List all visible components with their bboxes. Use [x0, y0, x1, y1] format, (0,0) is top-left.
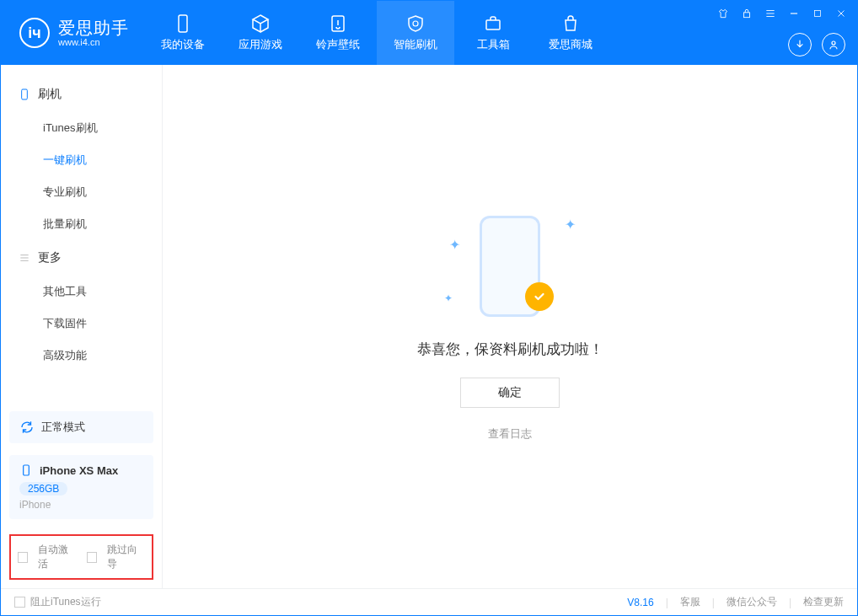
header-right: [788, 33, 845, 56]
checkbox-block-itunes[interactable]: [14, 597, 25, 608]
footer-link-update[interactable]: 检查更新: [803, 595, 844, 609]
refresh-shield-icon: [405, 13, 426, 34]
app-url: www.i4.cn: [58, 37, 129, 47]
mode-card[interactable]: 正常模式: [9, 411, 153, 443]
top-nav: 我的设备 应用游戏 铃声壁纸 智能刷机 工具箱 爱思商城: [144, 1, 609, 65]
nav-my-device[interactable]: 我的设备: [144, 1, 222, 65]
list-icon: [18, 251, 31, 265]
device-name: iPhone XS Max: [40, 464, 118, 477]
app-name: 爱思助手: [58, 19, 129, 37]
success-message: 恭喜您，保资料刷机成功啦！: [417, 340, 603, 359]
footer-link-wechat[interactable]: 微信公众号: [727, 595, 777, 609]
phone-icon: [18, 88, 31, 101]
sidebar-item-download-firmware[interactable]: 下载固件: [1, 308, 162, 340]
sparkle-icon: ✦: [449, 237, 460, 253]
checkbox-skip-guide[interactable]: [87, 552, 97, 563]
cube-icon: [250, 13, 271, 34]
sparkle-icon: ✦: [444, 292, 453, 304]
toolbox-icon: [483, 13, 503, 34]
device-icon: [173, 13, 193, 34]
checkmark-badge-icon: [525, 282, 554, 311]
maximize-button[interactable]: [810, 6, 825, 21]
nav-apps-games[interactable]: 应用游戏: [222, 1, 299, 65]
minimize-button[interactable]: [786, 6, 802, 21]
menu-icon[interactable]: [763, 6, 778, 21]
logo: iч 爱思助手 www.i4.cn: [1, 1, 144, 65]
svg-rect-7: [24, 465, 29, 475]
sidebar-item-other-tools[interactable]: 其他工具: [1, 276, 162, 308]
svg-rect-3: [744, 13, 750, 18]
label-skip-guide: 跳过向导: [107, 543, 145, 571]
sidebar-item-advanced[interactable]: 高级功能: [1, 340, 162, 372]
footer-link-support[interactable]: 客服: [680, 595, 700, 609]
label-block-itunes: 阻止iTunes运行: [30, 595, 101, 609]
header: iч 爱思助手 www.i4.cn 我的设备 应用游戏 铃声壁纸 智能刷机 工具…: [1, 1, 857, 65]
sidebar-item-oneclick-flash[interactable]: 一键刷机: [1, 144, 162, 176]
logo-icon: iч: [19, 18, 50, 48]
window-controls: [716, 6, 849, 21]
sidebar-section-more: 更多: [1, 245, 162, 271]
sparkle-icon: ✦: [565, 217, 576, 233]
svg-point-5: [832, 41, 835, 45]
sync-icon: [19, 420, 35, 435]
svg-rect-6: [22, 89, 28, 99]
device-card[interactable]: iPhone XS Max 256GB iPhone: [9, 455, 153, 519]
label-auto-activate: 自动激活: [38, 543, 76, 571]
sidebar-item-pro-flash[interactable]: 专业刷机: [1, 176, 162, 208]
mode-label: 正常模式: [41, 420, 85, 435]
svg-rect-0: [179, 15, 187, 32]
success-illustration: ✦ ✦ ✦: [442, 212, 577, 321]
sidebar-section-flash: 刷机: [1, 82, 162, 107]
highlighted-options: 自动激活 跳过向导: [9, 534, 153, 580]
user-button[interactable]: [822, 33, 845, 56]
ok-button[interactable]: 确定: [460, 378, 560, 408]
bag-icon: [560, 13, 581, 34]
version-label: V8.16: [627, 597, 653, 608]
svg-rect-2: [486, 20, 500, 29]
sidebar-item-itunes-flash[interactable]: iTunes刷机: [1, 112, 162, 144]
nav-toolbox[interactable]: 工具箱: [454, 1, 532, 65]
device-type: iPhone: [19, 499, 143, 511]
lock-icon[interactable]: [739, 6, 754, 21]
svg-rect-4: [815, 11, 821, 17]
nav-ringtones[interactable]: 铃声壁纸: [299, 1, 377, 65]
close-button[interactable]: [834, 6, 849, 21]
shirt-icon[interactable]: [716, 6, 731, 21]
nav-store[interactable]: 爱思商城: [532, 1, 609, 65]
main-content: ✦ ✦ ✦ 恭喜您，保资料刷机成功啦！ 确定 查看日志: [163, 65, 857, 588]
view-log-link[interactable]: 查看日志: [488, 426, 532, 442]
device-storage: 256GB: [19, 482, 67, 495]
download-button[interactable]: [788, 33, 812, 56]
checkbox-auto-activate[interactable]: [18, 552, 28, 563]
sidebar-item-batch-flash[interactable]: 批量刷机: [1, 208, 162, 240]
music-file-icon: [328, 13, 348, 34]
phone-icon: [19, 463, 33, 477]
sidebar: 刷机 iTunes刷机 一键刷机 专业刷机 批量刷机 更多 其他工具 下载固件 …: [1, 65, 163, 588]
footer: 阻止iTunes运行 V8.16 | 客服 | 微信公众号 | 检查更新: [1, 588, 857, 615]
nav-smart-flash[interactable]: 智能刷机: [377, 1, 454, 65]
